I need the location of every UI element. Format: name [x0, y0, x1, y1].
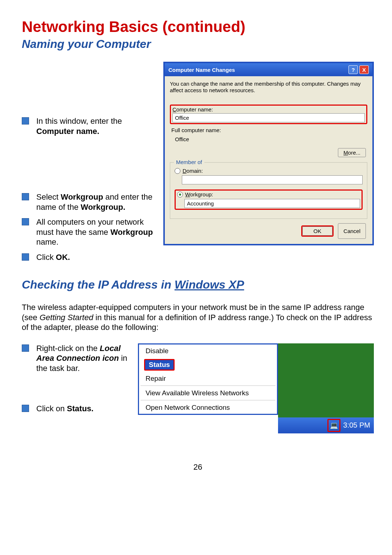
- bullet-right-click: Right-click on the Local Area Connection…: [22, 343, 131, 374]
- dialog-intro: You can change the name and the membersh…: [170, 81, 367, 94]
- member-of-legend: Member of: [174, 159, 204, 165]
- desktop-background: 💻 3:05 PM: [278, 343, 374, 433]
- network-tray-icon[interactable]: 💻: [329, 421, 339, 430]
- close-button[interactable]: X: [359, 65, 369, 74]
- cancel-button[interactable]: Cancel: [338, 223, 366, 239]
- bullet-workgroup: Select Workgroup and enter the name of t…: [22, 192, 156, 212]
- context-menu: Disable Status Repair View Available Wir…: [138, 343, 278, 415]
- more-button[interactable]: More...: [338, 148, 366, 157]
- full-name-label: Full computer name:: [171, 127, 367, 133]
- full-name-value: Office: [175, 136, 367, 142]
- workgroup-input[interactable]: [184, 199, 360, 208]
- bullet-icon: [22, 193, 29, 200]
- taskbar-clock: 3:05 PM: [343, 421, 370, 429]
- bullet-click-status: Click on Status.: [22, 404, 131, 414]
- bullet-icon: [22, 253, 29, 261]
- menu-disable[interactable]: Disable: [139, 344, 277, 357]
- menu-separator: [140, 385, 275, 386]
- bullet-icon: [22, 344, 29, 352]
- domain-input[interactable]: [182, 175, 363, 184]
- bullet-icon: [22, 218, 29, 225]
- bullet-same-workgroup: All computers on your network must have …: [22, 217, 156, 247]
- ip-intro-paragraph: The wireless adapter-equipped computers …: [22, 302, 374, 332]
- computer-name-label: Computer name:: [172, 106, 365, 113]
- workgroup-radio[interactable]: Workgroup:: [177, 191, 360, 197]
- workgroup-highlight: Workgroup:: [175, 189, 363, 210]
- bullet-click-ok: Click OK.: [22, 252, 156, 262]
- menu-separator: [140, 400, 275, 400]
- menu-repair[interactable]: Repair: [139, 372, 277, 385]
- section-subtitle-2: Checking the IP Address in Windows XP: [22, 278, 374, 291]
- computer-name-highlight: Computer name:: [170, 105, 367, 124]
- computer-name-dialog: Computer Name Changes ? X You can change…: [163, 62, 374, 245]
- bullet-computer-name: In this window, enter the Computer name.: [22, 116, 156, 136]
- page-number: 26: [22, 462, 374, 472]
- bullet-icon: [22, 117, 29, 125]
- menu-view-networks[interactable]: View Available Wireless Networks: [139, 387, 277, 399]
- dialog-titlebar: Computer Name Changes ? X: [165, 63, 372, 76]
- member-of-fieldset: Member of Domain: Workgroup:: [170, 162, 367, 219]
- menu-status[interactable]: Status: [139, 357, 277, 372]
- tray-icon-highlight: 💻: [327, 419, 340, 432]
- ok-button[interactable]: OK: [302, 227, 333, 236]
- computer-name-input[interactable]: [172, 113, 365, 122]
- page-title: Networking Basics (continued): [22, 18, 374, 36]
- menu-open-connections[interactable]: Open Network Connections: [139, 401, 277, 414]
- taskbar: 💻 3:05 PM: [278, 417, 374, 433]
- help-button[interactable]: ?: [348, 65, 358, 74]
- bullet-icon: [22, 405, 29, 412]
- domain-radio[interactable]: Domain:: [175, 168, 363, 174]
- dialog-title: Computer Name Changes: [168, 67, 235, 73]
- section-subtitle-1: Naming your Computer: [22, 37, 374, 51]
